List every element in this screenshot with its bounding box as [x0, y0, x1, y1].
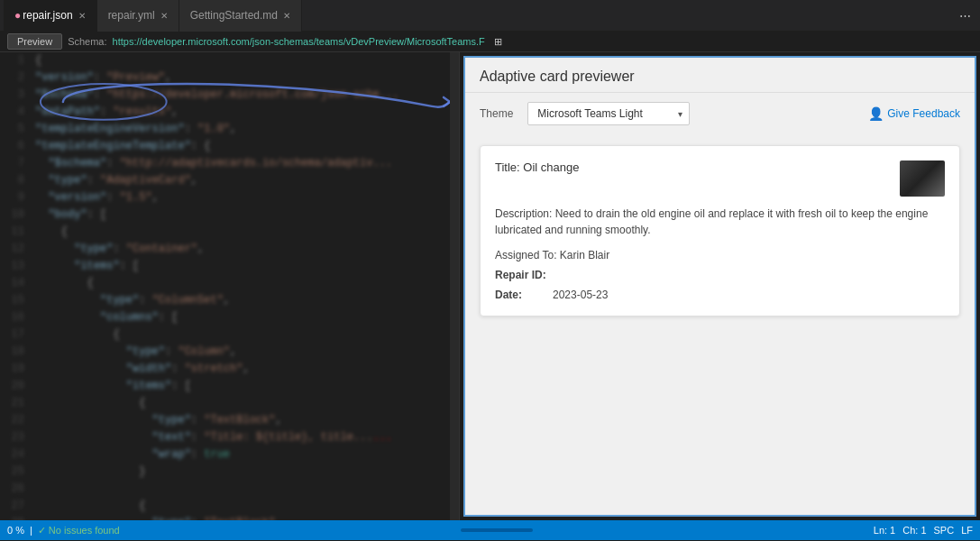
tab-bar-actions: ⋯ — [954, 5, 976, 26]
code-line-17: 17 { — [0, 326, 459, 344]
card-date: Date: 2023-05-23 — [495, 289, 945, 301]
tab-bar: ● repair.json ✕ repair.yml ✕ GettingStar… — [0, 0, 980, 32]
code-line-24: 24 "wrap": true — [0, 446, 459, 463]
code-line-12: 12 "type": "Container", — [0, 241, 459, 258]
tab-label: repair.yml — [108, 9, 155, 22]
code-line-19: 19 "width": "stretch", — [0, 361, 459, 378]
code-line-22: 22 "type": "TextBlock", — [0, 412, 459, 429]
check-icon: ✓ — [38, 525, 46, 536]
tab-repair-yml[interactable]: repair.yml ✕ — [97, 0, 179, 32]
line-number: Ln: 1 — [874, 525, 895, 536]
editor-pane[interactable]: 1{ 2"version": "Preview", 3"$schema": "h… — [0, 52, 460, 520]
code-line-7: 7 "$schema": "http://adaptivecards.io/sc… — [0, 155, 459, 172]
theme-select-wrapper: Microsoft Teams Light Microsoft Teams Da… — [527, 102, 690, 125]
feedback-label: Give Feedback — [887, 107, 960, 120]
code-line-5: 5"templateEngineVersion": "1.0", — [0, 121, 459, 138]
overflow-menu-icon[interactable]: ⋯ — [954, 5, 976, 26]
status-right: Ln: 1 Ch: 1 SPC LF — [874, 525, 973, 536]
modified-indicator: ● — [14, 9, 21, 22]
code-line-21: 21 { — [0, 395, 459, 412]
feedback-icon: 👤 — [868, 106, 884, 121]
preview-pane-wrapper: Adaptive card previewer Theme Microsoft … — [463, 56, 976, 517]
tab-getting-started[interactable]: GettingStarted.md ✕ — [179, 0, 302, 32]
preview-header: Adaptive card previewer — [465, 58, 975, 93]
encoding: SPC — [934, 525, 955, 536]
preview-pane: Adaptive card previewer Theme Microsoft … — [465, 58, 975, 515]
zoom-level[interactable]: 0 % — [7, 525, 24, 536]
theme-label: Theme — [480, 107, 513, 120]
code-line-10: 10 "body": [ — [0, 206, 459, 224]
code-line-3: 3"$schema": "https://developer.microsoft… — [0, 87, 459, 104]
editor-vscrollbar[interactable] — [450, 52, 459, 520]
split-editor-icon[interactable]: ⊞ — [494, 36, 502, 48]
line-ending: LF — [961, 525, 973, 536]
tab-label: GettingStarted.md — [190, 9, 278, 22]
column-number: Ch: 1 — [902, 525, 926, 536]
code-line-15: 15 "type": "ColumnSet", — [0, 292, 459, 309]
card-header: Title: Oil change — [495, 160, 945, 197]
code-line-16: 16 "columns": [ — [0, 309, 459, 326]
tab-close-btn[interactable]: ✕ — [283, 11, 290, 21]
code-line-27: 27 { — [0, 498, 459, 515]
editor-content: 1{ 2"version": "Preview", 3"$schema": "h… — [0, 52, 459, 520]
code-line-23: 23 "text": "Title: ${title}, title...... — [0, 429, 459, 446]
code-line-6: 6"templateEngineTemplate": { — [0, 138, 459, 155]
status-ok: ✓ No issues found — [38, 525, 120, 536]
card-description: Description: Need to drain the old engin… — [495, 206, 945, 238]
code-line-11: 11 { — [0, 224, 459, 241]
code-line-18: 18 "type": "Column", — [0, 344, 459, 361]
code-line-4: 4"dataPath": "results", — [0, 104, 459, 121]
card-image-inner — [900, 160, 945, 197]
adaptive-card: Title: Oil change Description: Need to d… — [480, 145, 960, 316]
tab-repair-json[interactable]: ● repair.json ✕ — [4, 0, 97, 32]
code-line-28: 28 "type": "TextBlock", — [0, 515, 459, 520]
card-assigned-to: Assigned To: Karin Blair — [495, 249, 945, 261]
code-line-8: 8 "type": "AdaptiveCard", — [0, 172, 459, 189]
code-line-26: 26 — [0, 481, 459, 498]
tab-label: repair.json — [23, 9, 72, 22]
schema-label: Schema: — [68, 36, 106, 47]
tab-close-btn[interactable]: ✕ — [78, 11, 86, 21]
main-area: 1{ 2"version": "Preview", 3"$schema": "h… — [0, 52, 980, 520]
schema-bar: Preview Schema: https://developer.micros… — [0, 32, 980, 52]
status-separator: | — [30, 525, 32, 536]
preview-toolbar: Theme Microsoft Teams Light Microsoft Te… — [465, 93, 975, 134]
preview-button[interactable]: Preview — [7, 33, 62, 50]
status-bar: 0 % | ✓ No issues found Ln: 1 Ch: 1 SPC … — [0, 520, 980, 540]
tab-close-btn[interactable]: ✕ — [160, 11, 168, 21]
status-left: 0 % | ✓ No issues found — [7, 525, 120, 536]
theme-select[interactable]: Microsoft Teams Light Microsoft Teams Da… — [527, 102, 690, 125]
preview-pane-title: Adaptive card previewer — [480, 69, 635, 84]
give-feedback-button[interactable]: 👤 Give Feedback — [868, 106, 960, 121]
card-image — [900, 160, 945, 197]
date-value: 2023-05-23 — [553, 289, 608, 301]
status-text: No issues found — [49, 525, 120, 536]
repair-id-label: Repair ID: — [495, 269, 546, 281]
card-title: Title: Oil change — [495, 160, 579, 174]
date-label: Date: — [495, 289, 522, 301]
editor-scroll-indicator — [461, 528, 533, 532]
code-line-13: 13 "items": [ — [0, 258, 459, 275]
code-line-14: 14 { — [0, 275, 459, 292]
code-line-9: 9 "version": "1.5", — [0, 189, 459, 206]
code-line-2: 2"version": "Preview", — [0, 69, 459, 87]
card-repair-id: Repair ID: — [495, 269, 945, 281]
schema-link[interactable]: https://developer.microsoft.com/json-sch… — [113, 36, 485, 47]
code-line-1: 1{ — [0, 52, 459, 69]
code-line-20: 20 "items": [ — [0, 378, 459, 395]
code-line-25: 25 } — [0, 463, 459, 481]
